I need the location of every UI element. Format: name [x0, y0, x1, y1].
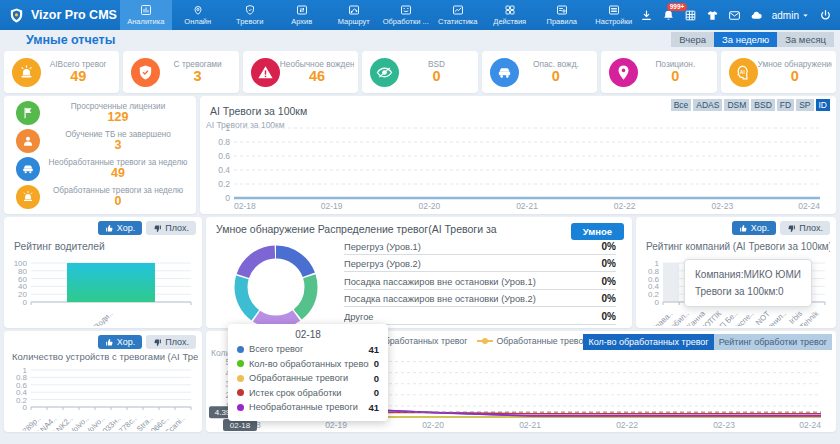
toggle-label: Хор. [751, 223, 769, 233]
nav-item-alarms[interactable]: Тревоги [224, 0, 276, 30]
toggle-label: Плох. [165, 223, 189, 233]
download-icon[interactable] [640, 9, 653, 22]
svg-text:02-19: 02-19 [321, 201, 343, 211]
nav-item-stats[interactable]: Статистика [432, 0, 484, 30]
kpi-card: BSD0 [362, 51, 477, 93]
bad-button[interactable]: Плох. [146, 221, 196, 235]
grid-icon[interactable] [684, 9, 697, 22]
nav-item-label: Аналитика [127, 17, 164, 26]
svg-text:02-23: 02-23 [713, 420, 735, 430]
tooltip-value: 0 [374, 373, 379, 384]
stat-value: 49 [40, 167, 196, 180]
kpi-card: AIУмное обнаружение0 [721, 51, 836, 93]
ai-alarms-chart: AI Тревоги за 100км00.20.40.60.8102-1802… [204, 120, 832, 212]
shirt-icon[interactable] [706, 9, 719, 22]
devices-toggle: Хор.Плох. [98, 335, 196, 349]
company-tooltip-line1: Компания:МИКО ЮМИ [695, 266, 801, 283]
svg-text:0.4: 0.4 [648, 282, 660, 291]
bell-icon[interactable]: 999+ [662, 9, 675, 22]
nav-item-analytics[interactable]: Аналитика [120, 0, 172, 30]
app-logo: Vizor Pro CMS [0, 0, 120, 30]
mail-icon[interactable] [728, 9, 741, 22]
processing-tooltip: 02-18Всего тревог41Кол-во обработанных т… [228, 324, 388, 421]
kpi-text: BSD0 [399, 59, 473, 85]
nav-item-settings[interactable]: Настройки [588, 0, 640, 30]
driver-rating-title: Рейтинг водителей [14, 241, 194, 252]
toggle-label: Хор. [117, 337, 135, 347]
distribution-label: Посадка пассажиров вне остановки (Уров.2… [344, 294, 596, 304]
period-button[interactable]: За неделю [714, 32, 777, 47]
bad-button[interactable]: Плох. [780, 221, 830, 235]
power-icon[interactable] [819, 9, 832, 22]
tooltip-label: Кол-во обработанных тревог [249, 359, 369, 369]
stat-value: 3 [40, 139, 196, 152]
period-button[interactable]: Вчера [671, 32, 714, 47]
nav-stats-icon [452, 4, 464, 16]
weekly-stats-panel: Просроченные лицензии129Обучение ТБ не з… [4, 96, 196, 214]
filter-chip-SP[interactable]: SP [796, 99, 813, 111]
filter-chip-Все[interactable]: Все [671, 99, 692, 111]
nav-actions-icon [504, 4, 516, 16]
tooltip-row: Кол-во обработанных тревог0 [237, 357, 379, 372]
flag-icon [16, 101, 40, 125]
filter-chip-DSM[interactable]: DSM [724, 99, 749, 111]
subheader: Умные отчеты ВчераЗа неделюЗа месяц [0, 30, 840, 49]
svg-text:02-24: 02-24 [799, 420, 821, 430]
good-button[interactable]: Хор. [98, 335, 142, 349]
stat-row: Обучение ТБ не завершено3 [4, 127, 196, 155]
toggle-label: Плох. [165, 337, 189, 347]
smart-button[interactable]: Умное [571, 223, 624, 240]
kpi-row: AIВсего тревог49С тревогами3Необычное во… [4, 51, 836, 93]
distribution-value: 0% [602, 293, 616, 304]
filter-chip-ID[interactable]: ID [816, 99, 831, 111]
filter-chip-FD[interactable]: FD [777, 99, 794, 111]
kpi-text: Необычное вождение46 [280, 59, 354, 85]
svg-text:02-24: 02-24 [798, 201, 820, 211]
eye-icon [370, 58, 399, 87]
user-menu[interactable]: admin [772, 10, 810, 21]
distribution-value: 0% [602, 276, 616, 287]
ai-head-icon: AI [729, 58, 758, 87]
legend-item[interactable]: Обработанные тревоги [477, 336, 591, 346]
stat-text: Необработанные тревоги за неделю49 [40, 158, 196, 180]
svg-text:20: 20 [18, 290, 27, 299]
good-button[interactable]: Хор. [732, 221, 776, 235]
distribution-label: Перегруз (Уров.1) [344, 242, 596, 252]
car-icon [16, 157, 40, 181]
filter-chip-BSD[interactable]: BSD [751, 99, 774, 111]
alarm-distribution-row: Посадка пассажиров вне остановки (Уров.2… [344, 290, 616, 308]
svg-text:40: 40 [18, 282, 27, 291]
app-title: Vizor Pro CMS [31, 8, 117, 22]
svg-text:02-20: 02-20 [422, 420, 444, 430]
svg-text:02-18: 02-18 [230, 421, 251, 430]
company-tooltip: Компания:МИКО ЮМИ Тревоги за 100км:0 [684, 259, 812, 307]
filter-chip-ADAS[interactable]: ADAS [693, 99, 722, 111]
nav-item-route[interactable]: Маршрут [328, 0, 380, 30]
kpi-text: Умное обнаружение0 [758, 59, 832, 85]
nav-item-actions[interactable]: Действия [484, 0, 536, 30]
good-button[interactable]: Хор. [98, 221, 142, 235]
processing-view-button[interactable]: Рейтинг обработки тревог [714, 334, 832, 350]
nav-item-processing[interactable]: Обработки ... [380, 0, 432, 30]
alarm-distribution-row: Другое0% [344, 307, 616, 325]
nav-item-archive[interactable]: Архив [276, 0, 328, 30]
processing-view-button[interactable]: Кол-во обработанных тревог [583, 334, 713, 350]
pin-icon [609, 58, 638, 87]
nav-item-label: Действия [493, 17, 526, 26]
stat-value: 0 [40, 195, 196, 208]
kpi-text: Опас. вожд.0 [519, 59, 593, 85]
nav-item-rules[interactable]: Правила [536, 0, 588, 30]
nav-item-online[interactable]: Онлайн [172, 0, 224, 30]
bad-button[interactable]: Плох. [146, 335, 196, 349]
stat-value: 129 [40, 111, 196, 124]
kpi-card: С тревогами3 [123, 51, 238, 93]
series-dot-icon [237, 375, 244, 382]
driver-rating-panel: Хор.Плох. Рейтинг водителей 020406080100… [4, 217, 202, 328]
period-button[interactable]: За месяц [777, 32, 834, 47]
company-rating-title: Рейтинг компаний (AI Тревоги за 100км) [646, 241, 830, 252]
cloud-icon[interactable] [750, 9, 763, 22]
tooltip-row: Необработанные тревоги41 [237, 400, 379, 415]
series-dot-icon [237, 346, 244, 353]
siren-icon [12, 58, 41, 87]
kpi-card: AIВсего тревог49 [4, 51, 119, 93]
